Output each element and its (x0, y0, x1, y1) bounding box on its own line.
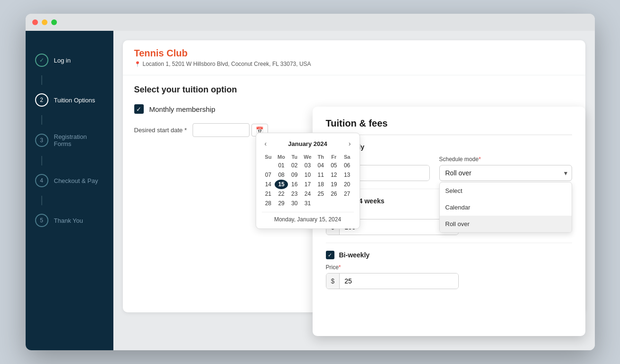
cal-day-22[interactable]: 22 (275, 189, 288, 199)
cal-header-th: Th (314, 153, 327, 161)
calendar-selected-date: Monday, January 15, 2024 (262, 212, 354, 223)
connector-1-2 (41, 75, 42, 85)
cal-day-15[interactable]: 15 (275, 180, 288, 189)
sidebar-item-tuition[interactable]: 2 Tuition Options (26, 85, 113, 115)
location-icon: 📍 (134, 61, 141, 67)
window-content: ✓ Log in 2 Tuition Options 3 Registratio… (26, 31, 595, 350)
calendar-month-title: January 2024 (288, 140, 327, 147)
cal-day-10[interactable]: 10 (301, 170, 315, 180)
cal-day-28[interactable]: 28 (262, 199, 275, 208)
cal-day-12[interactable]: 12 (327, 170, 341, 180)
cal-day-27[interactable]: 27 (341, 189, 354, 199)
cal-day-26[interactable]: 26 (327, 189, 341, 199)
cal-header-sa: Sa (341, 153, 354, 161)
connector-2-3 (41, 115, 42, 125)
schedule-mode-label: Schedule mode* (439, 156, 572, 163)
connector-4-5 (41, 196, 42, 205)
sidebar-label-checkout: Checkout & Pay (54, 177, 98, 184)
cal-day-14[interactable]: 14 (262, 180, 275, 189)
cal-day-09[interactable]: 09 (288, 170, 301, 180)
sidebar-label-tuition: Tuition Options (54, 97, 95, 104)
sidebar-item-login[interactable]: ✓ Log in (26, 45, 113, 75)
cal-header-tu: Tu (288, 153, 301, 161)
biweekly-fee-label: Bi-weekly (339, 251, 370, 259)
cal-day-24[interactable]: 24 (301, 189, 315, 199)
schedule-mode-select[interactable]: Select Calendar Roll over (439, 165, 572, 181)
cal-day-20[interactable]: 20 (341, 180, 354, 189)
desired-start-date-input[interactable] (193, 123, 250, 137)
cal-day-30[interactable]: 30 (288, 199, 301, 208)
close-button[interactable] (32, 19, 38, 25)
step-circle-5: 5 (35, 214, 48, 227)
fee-divider-2 (326, 243, 572, 243)
venue-header: Tennis Club 📍 Location 1, 5201 W Hillsbo… (123, 40, 585, 75)
cal-day-18[interactable]: 18 (314, 180, 327, 189)
cal-day-06[interactable]: 06 (341, 161, 354, 170)
schedule-dropdown-menu: Select Calendar Roll over (439, 182, 572, 233)
dropdown-option-select[interactable]: Select (440, 182, 572, 199)
calendar-popup: ‹ January 2024 › Su Mo Tu We Th (256, 133, 360, 229)
app-window: ✓ Log in 2 Tuition Options 3 Registratio… (26, 14, 595, 350)
fees-title: Tuition & fees (326, 118, 572, 135)
sidebar-item-registration[interactable]: 3 Registration Forms (26, 125, 113, 156)
cal-day-11[interactable]: 11 (314, 170, 327, 180)
fee-option-biweekly: Bi-weekly Price* $ (326, 251, 572, 289)
sidebar: ✓ Log in 2 Tuition Options 3 Registratio… (26, 31, 113, 350)
cal-day-17[interactable]: 17 (301, 180, 315, 189)
main-area: Tennis Club 📍 Location 1, 5201 W Hillsbo… (113, 31, 595, 350)
sidebar-item-checkout[interactable]: 4 Checkout & Pay (26, 165, 113, 196)
venue-address: Location 1, 5201 W Hillsboro Blvd, Cocon… (143, 61, 311, 67)
connector-3-4 (41, 156, 42, 165)
cal-day-23[interactable]: 23 (288, 189, 301, 199)
minimize-button[interactable] (42, 19, 47, 25)
dropdown-option-calendar[interactable]: Calendar (440, 199, 572, 216)
monthly-membership-checkbox[interactable] (134, 104, 144, 114)
step-circle-2: 2 (35, 93, 48, 107)
biweekly-price-input[interactable] (340, 273, 458, 289)
biweekly-price-input-wrap: $ (326, 273, 459, 289)
venue-location: 📍 Location 1, 5201 W Hillsboro Blvd, Coc… (134, 61, 574, 67)
biweekly-price-label: Price* (326, 264, 459, 271)
cal-day-16[interactable]: 16 (288, 180, 301, 189)
date-label: Desired start date * (134, 127, 187, 134)
cal-day-19[interactable]: 19 (327, 180, 341, 189)
cal-day-31[interactable]: 31 (301, 199, 315, 208)
biweekly-price-prefix: $ (326, 273, 340, 289)
cal-day-04[interactable]: 04 (314, 161, 327, 170)
sidebar-item-thankyou[interactable]: 5 Thank You (26, 205, 113, 236)
schedule-mode-group: Schedule mode* Select Calendar Roll over… (439, 156, 572, 181)
dropdown-option-rollover[interactable]: Roll over (440, 216, 572, 232)
fee-option-monthly: Monthly Price* $ Schedule mode* (326, 143, 572, 181)
cal-day-02[interactable]: 02 (288, 161, 301, 170)
sidebar-label-login: Log in (54, 57, 71, 64)
biweekly-fee-checkbox[interactable] (326, 251, 334, 259)
biweekly-price-group: Price* $ (326, 264, 459, 289)
cal-day-08[interactable]: 08 (275, 170, 288, 180)
cal-day-05[interactable]: 05 (327, 161, 341, 170)
cal-header-fr: Fr (327, 153, 341, 161)
titlebar (26, 14, 595, 31)
step-circle-4: 4 (35, 174, 48, 187)
sidebar-label-thankyou: Thank You (54, 217, 83, 224)
cal-day-03[interactable]: 03 (301, 161, 315, 170)
maximize-button[interactable] (51, 19, 57, 25)
calendar-header: ‹ January 2024 › (262, 139, 354, 148)
cal-day-01[interactable]: 01 (275, 161, 288, 170)
cal-header-we: We (301, 153, 315, 161)
cal-header-su: Su (262, 153, 275, 161)
cal-day-13[interactable]: 13 (341, 170, 354, 180)
cal-day-25[interactable]: 25 (314, 189, 327, 199)
calendar-next-button[interactable]: › (346, 139, 354, 148)
cal-day-07[interactable]: 07 (262, 170, 275, 180)
calendar-prev-button[interactable]: ‹ (262, 139, 270, 148)
step-circle-1: ✓ (35, 54, 48, 67)
sidebar-label-registration: Registration Forms (54, 133, 104, 147)
step-circle-3: 3 (35, 134, 48, 147)
monthly-membership-label: Monthly membership (149, 105, 215, 113)
cal-day-29[interactable]: 29 (275, 199, 288, 208)
cal-day-21[interactable]: 21 (262, 189, 275, 199)
cal-header-mo: Mo (275, 153, 288, 161)
schedule-select-wrap: Select Calendar Roll over ▾ Select Calen… (439, 165, 572, 181)
venue-name: Tennis Club (134, 48, 574, 59)
calendar-grid: Su Mo Tu We Th Fr Sa 0102030405060708091… (262, 153, 354, 208)
